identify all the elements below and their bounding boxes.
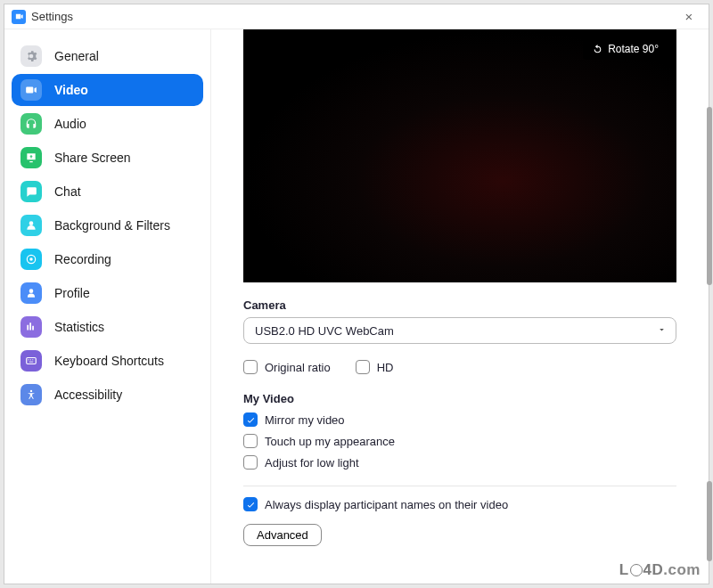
rotate-label: Rotate 90°	[608, 43, 659, 55]
checkbox-label: HD	[377, 361, 394, 374]
sidebar-item-label: Statistics	[54, 320, 104, 334]
svg-point-1	[29, 257, 33, 261]
checkbox-box	[243, 455, 258, 470]
checkbox-box	[356, 360, 370, 374]
accessibility-icon	[20, 384, 42, 405]
sidebar-item-profile[interactable]: Profile	[12, 277, 203, 309]
checkbox-label: Adjust for low light	[265, 456, 359, 470]
sidebar-item-statistics[interactable]: Statistics	[12, 311, 203, 343]
app-icon	[12, 10, 26, 24]
window-body: General Video Audio Share Screen	[4, 29, 709, 584]
sidebar: General Video Audio Share Screen	[4, 29, 211, 584]
content-pane: Rotate 90° Camera USB2.0 HD UVC WebCam O…	[211, 29, 709, 584]
checkbox-label: Original ratio	[265, 361, 331, 374]
camera-selected-value: USB2.0 HD UVC WebCam	[255, 324, 394, 338]
recording-icon	[20, 249, 42, 270]
sidebar-item-label: Audio	[54, 117, 86, 131]
sidebar-item-recording[interactable]: Recording	[12, 243, 203, 275]
sidebar-item-video[interactable]: Video	[12, 74, 203, 106]
window-title: Settings	[31, 10, 73, 23]
checkbox-box	[243, 434, 258, 448]
sidebar-item-label: Accessibility	[54, 388, 122, 402]
video-preview-area: Rotate 90°	[243, 29, 676, 282]
gear-icon	[20, 45, 42, 67]
svg-rect-2	[27, 358, 37, 364]
sidebar-item-general[interactable]: General	[12, 40, 203, 72]
checkbox-box	[243, 360, 258, 374]
chevron-down-icon	[657, 324, 667, 338]
checkbox-original-ratio[interactable]: Original ratio	[243, 360, 331, 374]
my-video-heading: My Video	[243, 392, 676, 405]
sidebar-item-chat[interactable]: Chat	[12, 176, 203, 208]
share-screen-icon	[20, 147, 42, 168]
settings-window: Settings × General Video	[4, 4, 709, 584]
camera-select[interactable]: USB2.0 HD UVC WebCam	[243, 317, 676, 344]
checkbox-label: Touch up my appearance	[265, 435, 395, 448]
keyboard-icon	[20, 350, 42, 372]
chat-icon	[20, 181, 42, 202]
scrollbar-thumb[interactable]	[707, 481, 712, 561]
checkbox-box	[243, 497, 258, 511]
sidebar-item-label: Recording	[54, 252, 111, 266]
sidebar-item-label: Share Screen	[54, 151, 131, 165]
sidebar-item-share-screen[interactable]: Share Screen	[12, 142, 203, 174]
sidebar-item-audio[interactable]: Audio	[12, 108, 203, 140]
checkbox-hd[interactable]: HD	[356, 360, 394, 374]
sidebar-item-label: Profile	[54, 286, 90, 300]
sidebar-item-label: Video	[54, 83, 88, 97]
statistics-icon	[20, 316, 42, 338]
divider	[243, 486, 676, 486]
sidebar-item-label: Background & Filters	[54, 218, 170, 233]
sidebar-item-background-filters[interactable]: Background & Filters	[12, 209, 203, 241]
camera-heading: Camera	[243, 298, 676, 312]
titlebar: Settings ×	[4, 4, 709, 29]
rotate-icon	[592, 44, 603, 55]
checkbox-touch-up[interactable]: Touch up my appearance	[243, 434, 676, 448]
checkbox-low-light[interactable]: Adjust for low light	[243, 455, 676, 470]
checkbox-mirror-video[interactable]: Mirror my video	[243, 412, 676, 427]
video-icon	[20, 79, 42, 101]
profile-icon	[20, 282, 42, 304]
sidebar-item-label: Chat	[54, 184, 81, 199]
headphones-icon	[20, 113, 42, 135]
advanced-button[interactable]: Advanced	[243, 524, 322, 546]
checkbox-label: Always display participant names on thei…	[265, 498, 508, 511]
checkbox-box	[243, 412, 258, 427]
checkbox-display-names[interactable]: Always display participant names on thei…	[243, 497, 676, 511]
close-button[interactable]: ×	[676, 6, 701, 28]
background-filters-icon	[20, 215, 42, 236]
sidebar-item-label: Keyboard Shortcuts	[54, 354, 164, 368]
sidebar-item-label: General	[54, 49, 99, 63]
sidebar-item-accessibility[interactable]: Accessibility	[12, 379, 203, 411]
svg-point-3	[30, 390, 32, 392]
checkbox-label: Mirror my video	[265, 413, 345, 427]
scrollbar-thumb[interactable]	[707, 107, 712, 285]
video-preview	[243, 29, 676, 282]
rotate-90-button[interactable]: Rotate 90°	[583, 38, 668, 60]
sidebar-item-keyboard-shortcuts[interactable]: Keyboard Shortcuts	[12, 345, 203, 377]
